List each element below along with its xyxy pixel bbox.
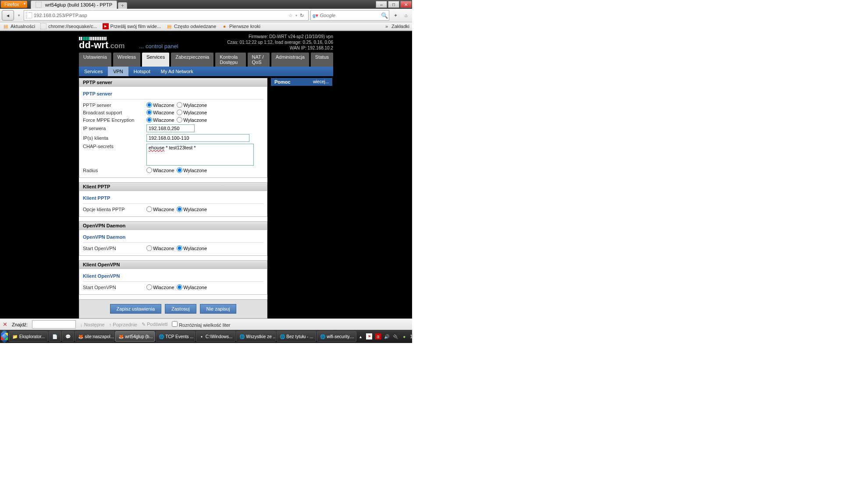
globe-icon: 🌐 <box>239 333 245 339</box>
taskbar-item[interactable]: 🌐TCP Events ... <box>156 331 195 342</box>
main-tab-nat-qos[interactable]: NAT / QoS <box>248 53 270 67</box>
firmware-text: Firmware: DD-WRT v24-sp2 (10/10/09) vpn <box>227 34 333 39</box>
bookmark-label: Pierwsze kroki <box>229 24 260 29</box>
main-tab-ustawienia[interactable]: Ustawienia <box>79 53 111 67</box>
window-minimize-button[interactable]: – <box>376 1 387 8</box>
radio-enable[interactable]: Wlaczone <box>146 284 174 290</box>
findbar-close-button[interactable]: ✕ <box>3 321 7 328</box>
apply-button[interactable]: Zastosuj <box>165 304 196 314</box>
taskbar-item-label: wifi-security.... <box>327 334 354 339</box>
bookmarks-menu[interactable]: »Zakładki <box>384 23 409 29</box>
radio-disable[interactable]: Wylaczone <box>177 245 207 251</box>
search-bar[interactable]: g▾ 🔍 <box>310 10 389 21</box>
radio-enable[interactable]: Wlaczone <box>146 117 174 123</box>
chap-secrets-textarea[interactable]: ehouse * test123test * <box>146 144 254 166</box>
radio-disable[interactable]: Wylaczone <box>177 206 207 212</box>
radio-enable[interactable]: Wlaczone <box>146 206 174 212</box>
new-tab-button[interactable]: + <box>118 2 127 9</box>
url-bar[interactable]: ☆ ▾ ↻ <box>24 10 309 21</box>
bookmark-item[interactable]: ●Pierwsze kroki <box>221 23 260 29</box>
home-button[interactable]: ⌂ <box>402 11 410 20</box>
bookmark-star-icon[interactable]: ☆ <box>286 13 295 18</box>
radio-enable[interactable]: Wlaczone <box>146 245 174 251</box>
section-subheader: Klient PPTP <box>83 194 263 204</box>
panel-header: OpenVPN Daemon <box>79 222 267 230</box>
bookmark-item[interactable]: ▤Często odwiedzane <box>166 23 216 29</box>
back-button[interactable] <box>2 10 14 21</box>
note-icon: 📄 <box>52 333 58 339</box>
site-identity-icon <box>26 12 32 18</box>
sub-tab-services[interactable]: Services <box>79 67 108 76</box>
field-label: Radius <box>83 168 146 173</box>
taskbar-item[interactable]: 🌐wifi-security.... <box>317 331 356 342</box>
cancel-button[interactable]: Nie zapisuj <box>200 304 237 314</box>
bookmark-item[interactable]: chrome://seoquake/c... <box>40 23 97 29</box>
reload-button[interactable]: ↻ <box>297 13 306 18</box>
radio-disable[interactable]: Wylaczone <box>177 117 207 123</box>
radio-enable[interactable]: Wlaczone <box>146 167 174 173</box>
main-tab-zabezpieczenia[interactable]: Zabezpieczenia <box>171 53 213 67</box>
url-input[interactable] <box>34 13 286 18</box>
save-button[interactable]: Zapisz ustawienia <box>110 304 161 314</box>
panel-header: Klient PPTP <box>79 183 267 191</box>
taskbar-item[interactable]: 🌐Wszystkie ze ... <box>236 331 276 342</box>
firefox-menu-button[interactable]: Firefox <box>1 1 27 8</box>
taskbar-item[interactable]: ▪C:\Windows... <box>196 331 235 342</box>
help-more-link[interactable]: wiecej... <box>313 79 329 85</box>
tray-flag-icon[interactable]: ⚑ <box>366 333 372 339</box>
main-tab-services[interactable]: Services <box>142 53 169 67</box>
main-tab-administracja[interactable]: Administracja <box>271 53 309 67</box>
chat-icon: 💬 <box>65 333 71 339</box>
pptp-client-panel: Klient PPTP Klient PPTP Opcje klienta PP… <box>79 182 267 217</box>
radio-disable[interactable]: Wylaczone <box>177 102 207 108</box>
findbar-case-checkbox[interactable]: Rozróżniaj wielkość liter <box>172 321 230 328</box>
search-go-icon[interactable]: 🔍 <box>381 12 388 19</box>
main-tab-wireless[interactable]: Wireless <box>113 53 140 67</box>
help-box[interactable]: Pomoc wiecej... <box>271 78 332 86</box>
radio-disable[interactable]: Wylaczone <box>177 284 207 290</box>
sub-tab-my-ad-network[interactable]: My Ad Network <box>156 67 199 76</box>
field-label: Opcje klienta PPTP <box>83 207 146 212</box>
findbar-prev-button[interactable]: ↑ Poprzednie <box>109 322 137 327</box>
findbar-highlight-button[interactable]: ✎ Podświetl <box>142 322 167 327</box>
tray-antivirus-icon[interactable]: α <box>375 333 381 339</box>
browser-tab[interactable]: wrt54glup (build 13064) - PPTP <box>31 0 117 9</box>
search-input[interactable] <box>318 13 381 18</box>
radio-enable[interactable]: Wlaczone <box>146 102 174 108</box>
tray-show-hidden-icon[interactable]: ▴ <box>357 333 363 339</box>
tray-network-icon[interactable]: 🔌 <box>392 333 398 339</box>
forward-button[interactable]: ▾ <box>16 10 22 21</box>
taskbar-item[interactable]: 🌐Bez tytułu - ... <box>277 331 316 342</box>
start-button[interactable] <box>1 330 8 343</box>
findbar-next-button[interactable]: ↓ Następne <box>80 322 105 327</box>
window-close-button[interactable]: ✕ <box>400 1 412 8</box>
client-ip-input[interactable] <box>146 134 249 142</box>
sub-tab-hotspot[interactable]: Hotspot <box>128 67 156 76</box>
taskbar-item-label: C:\Windows... <box>206 334 233 339</box>
tray-app-icon[interactable]: ● <box>401 333 407 339</box>
radio-disable[interactable]: Wylaczone <box>177 167 207 173</box>
section-subheader: OpenVPN Daemon <box>83 233 263 243</box>
taskbar-item[interactable]: 🦊wrt54glup (b... <box>115 331 155 342</box>
addon-icon[interactable]: ✦ <box>391 11 400 20</box>
brand-suffix: .com <box>108 42 125 50</box>
bookmark-item[interactable]: ▶Prześlij swój film wide... <box>103 23 161 29</box>
panel-header: Klient OpenVPN <box>79 261 267 269</box>
findbar-input[interactable] <box>32 320 76 329</box>
field-label: PPTP serwer <box>83 103 146 108</box>
tray-volume-icon[interactable]: 🔊 <box>384 333 390 339</box>
bookmark-item[interactable]: ▤Aktualności <box>3 23 35 29</box>
taskbar-item[interactable]: 💬 <box>62 331 74 342</box>
taskbar-item[interactable]: 📁Eksplorator... <box>9 331 48 342</box>
radio-enable[interactable]: Wlaczone <box>146 110 174 115</box>
sub-tab-vpn[interactable]: VPN <box>108 67 128 76</box>
main-tab-status[interactable]: Status <box>311 53 333 67</box>
main-tab-kontrola-dost-pu[interactable]: Kontrola Dostępu <box>215 53 245 67</box>
taskbar-item[interactable]: 🦊site:naszapol... <box>75 331 114 342</box>
bookmark-label: Często odwiedzane <box>174 24 216 29</box>
taskbar-clock[interactable]: 14:39 <box>410 334 422 339</box>
taskbar-item[interactable]: 📄 <box>49 331 61 342</box>
window-maximize-button[interactable]: □ <box>388 1 399 8</box>
radio-disable[interactable]: Wylaczone <box>177 110 207 115</box>
server-ip-input[interactable] <box>146 124 195 132</box>
